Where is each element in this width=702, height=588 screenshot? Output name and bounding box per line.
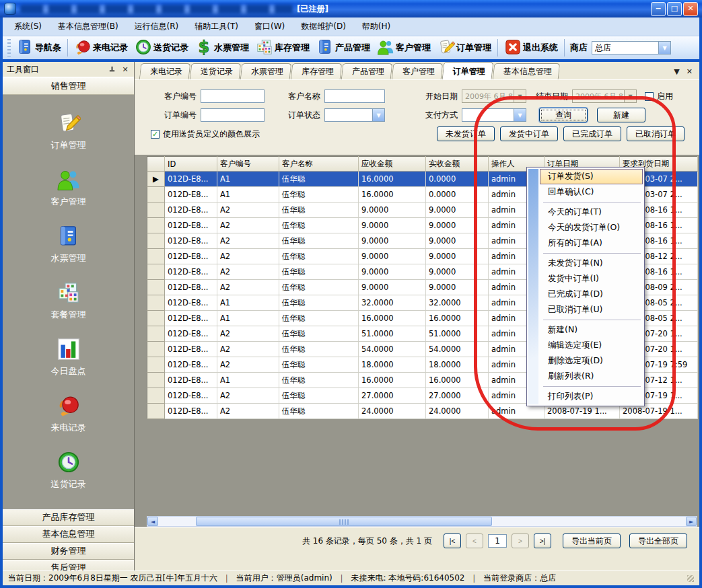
export-current-page-button[interactable]: 导出当前页 [563,534,621,548]
maximize-button[interactable]: □ [667,2,682,16]
row-selector-cell[interactable] [147,373,165,388]
tab-来电记录[interactable]: 来电记录 [139,63,191,79]
sidebar-item-送货记录[interactable]: 送货记录 [51,450,86,490]
start-date-picker[interactable]: 2009年 6月 8日 ▼ [462,89,526,103]
tab-订单管理[interactable]: 订单管理 [442,62,494,79]
row-selector-cell[interactable] [147,311,165,326]
context-menu-item-4[interactable]: 今天的发货订单(O) [540,220,643,235]
shop-select[interactable]: 总店▼ [592,41,671,54]
sidebar-group-财务管理[interactable]: 财务管理 [3,543,134,560]
context-menu-item-5[interactable]: 所有的订单(A) [540,235,643,251]
enable-checkbox[interactable] [645,92,654,101]
tab-客户管理[interactable]: 客户管理 [392,63,444,79]
scroll-left-icon[interactable]: ◄ [147,517,158,526]
context-menu-item-3[interactable]: 今天的订单(T) [540,205,643,220]
horizontal-scrollbar[interactable]: ◄ ► [147,516,697,527]
row-selector-cell[interactable] [147,357,165,373]
tab-scroll-icon[interactable]: ▼ [674,67,679,76]
context-menu-item-13[interactable]: 编辑选定项(E) [540,338,643,353]
column-header-客户名称[interactable]: 客户名称 [279,157,359,172]
order-no-input[interactable] [201,108,265,122]
tab-水票管理[interactable]: 水票管理 [240,63,292,79]
column-header-实收金额[interactable]: 实收金额 [426,157,489,172]
context-menu-item-0[interactable]: 订单发货(S) [540,169,643,184]
tab-库存管理[interactable]: 库存管理 [291,63,343,79]
menu-item-4[interactable]: 窗口(W) [247,18,292,35]
toolbar-button-1[interactable]: 来电记录 [71,37,131,59]
end-date-picker[interactable]: 2009年 6月 8日 ▼ [572,89,637,103]
row-selector-cell[interactable] [147,326,165,342]
tab-close-icon[interactable]: ✕ [687,67,693,76]
prev-page-button[interactable]: < [466,534,483,548]
context-menu-item-14[interactable]: 删除选定项(D) [540,353,643,369]
customer-name-input[interactable] [324,89,385,103]
status-filter-button-3[interactable]: 已取消订单 [627,126,685,141]
toolbar-button-4[interactable]: 库存管理 [252,37,313,59]
status-filter-button-2[interactable]: 已完成订单 [563,126,621,141]
toolbar-button-5[interactable]: 产品管理 [313,37,374,59]
tab-基本信息管理[interactable]: 基本信息管理 [493,63,561,79]
chevron-down-icon[interactable]: ▼ [658,42,670,54]
pin-icon[interactable] [107,65,116,74]
context-menu-item-10[interactable]: 已取消订单(U) [540,302,643,318]
menu-item-6[interactable]: 帮助(H) [355,18,398,35]
context-menu-item-15[interactable]: 刷新列表(R) [540,369,643,384]
row-selector-cell[interactable] [147,233,165,249]
sidebar-item-客户管理[interactable]: 客户管理 [51,168,86,208]
close-button[interactable]: ✕ [683,2,698,16]
chevron-down-icon[interactable]: ▼ [624,90,636,102]
context-menu-item-8[interactable]: 发货中订单(I) [540,271,643,287]
chevron-down-icon[interactable]: ▼ [514,90,526,102]
menu-item-2[interactable]: 运行信息(R) [127,18,186,35]
sidebar-item-套餐管理[interactable]: 套餐管理 [51,281,86,321]
menu-item-0[interactable]: 系统(S) [7,18,49,35]
row-selector-cell[interactable] [147,218,165,233]
context-menu-item-1[interactable]: 回单确认(C) [540,184,643,200]
chevron-down-icon[interactable]: ▼ [372,109,384,121]
row-selector-cell[interactable] [147,249,165,264]
chevron-down-icon[interactable]: ▼ [514,109,526,121]
toolbar-button-6[interactable]: 客户管理 [374,37,434,59]
row-selector-cell[interactable]: ▶ [147,172,165,187]
row-selector-cell[interactable] [147,264,165,280]
toolbar-button-8[interactable]: 退出系统 [501,37,561,59]
menu-item-1[interactable]: 基本信息管理(B) [50,18,126,35]
status-filter-button-1[interactable]: 发货中订单 [500,126,558,141]
sidebar-group-基本信息管理[interactable]: 基本信息管理 [3,526,134,543]
column-header-应收金额[interactable]: 应收金额 [359,157,426,172]
tab-送货记录[interactable]: 送货记录 [190,63,242,79]
scrollbar-thumb[interactable] [196,517,492,526]
sidebar-item-订单管理[interactable]: 订单管理 [51,111,86,151]
page-number-input[interactable]: 1 [488,534,507,548]
first-page-button[interactable]: |< [444,534,461,548]
scroll-right-icon[interactable]: ► [686,517,697,526]
sidebar-group-产品库存管理[interactable]: 产品库存管理 [3,509,134,526]
toolbar-button-7[interactable]: 订单管理 [434,37,495,59]
context-menu-item-12[interactable]: 新建(N) [540,322,643,338]
context-menu-item-17[interactable]: 打印列表(P) [540,389,643,404]
column-header-ID[interactable]: ID [165,157,217,172]
status-filter-button-0[interactable]: 未发货订单 [437,126,495,141]
menu-item-5[interactable]: 数据维护(D) [293,18,353,35]
tab-产品管理[interactable]: 产品管理 [341,63,393,79]
menu-item-3[interactable]: 辅助工具(T) [187,18,246,35]
toolbar-button-0[interactable]: 导航条 [13,37,65,59]
row-selector-cell[interactable] [147,388,165,404]
customer-no-input[interactable] [201,89,265,103]
new-button[interactable]: 新建 [597,108,645,122]
context-menu-item-9[interactable]: 已完成订单(D) [540,287,643,302]
row-selector-cell[interactable] [147,295,165,311]
column-header-selector[interactable] [147,157,165,172]
row-selector-cell[interactable] [147,280,165,295]
order-status-select[interactable]: ▼ [324,108,385,122]
toolbar-button-2[interactable]: 送货记录 [131,37,192,59]
toolbar-button-3[interactable]: $水票管理 [192,37,252,59]
query-button[interactable]: 查询 [539,108,588,122]
next-page-button[interactable]: > [512,534,529,548]
row-selector-cell[interactable] [147,342,165,357]
sidebar-item-今日盘点[interactable]: 今日盘点 [51,337,86,377]
row-selector-cell[interactable] [147,404,165,419]
pay-method-select[interactable]: ▼ [462,108,526,122]
context-menu-item-7[interactable]: 未发货订单(N) [540,256,643,271]
column-header-客户编号[interactable]: 客户编号 [217,157,279,172]
